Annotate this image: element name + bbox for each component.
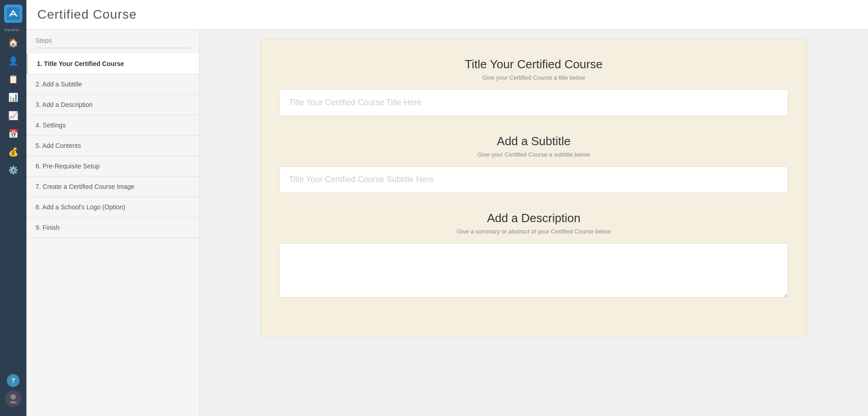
subtitle-section-subheading: Give your Certified Course a subtitle be… [279,151,788,158]
sidebar-item-analytics[interactable]: 📊 [0,90,26,105]
sidebar-item-reports[interactable]: 📈 [0,108,26,123]
step-item-6[interactable]: 6. Pre-Requisite Setup [26,156,199,177]
sidebar-item-home[interactable]: 🏠 [0,35,26,51]
app-name-label: Equalear... [5,28,22,32]
analytics-icon: 📊 [8,92,18,102]
sidebar-bottom: ? [5,374,21,411]
step-item-4[interactable]: 4. Settings [26,115,199,136]
sidebar-item-calendar[interactable]: 📅 [0,126,26,142]
step-item-3[interactable]: 3. Add a Description [26,95,199,115]
svg-point-2 [10,394,16,400]
sidebar: Equalear... 🏠 👤 📋 📊 📈 📅 💰 ⚙️ ? [0,0,26,416]
reports-icon: 📈 [8,111,18,121]
preview-area: Title Your Certified Course Give your Ce… [199,30,868,416]
title-section-subheading: Give your Certified Course a title below [279,74,788,81]
step-item-2[interactable]: 2. Add a Subtitle [26,74,199,95]
sidebar-item-billing[interactable]: 💰 [0,144,26,160]
sidebar-item-settings[interactable]: ⚙️ [0,162,26,178]
page-header: Certified Course [26,0,868,30]
title-section: Title Your Certified Course Give your Ce… [279,57,788,116]
settings-icon: ⚙️ [8,165,18,175]
description-section-heading: Add a Description [279,211,788,225]
help-button[interactable]: ? [7,374,20,387]
title-section-heading: Title Your Certified Course [279,57,788,71]
users-icon: 👤 [8,56,18,66]
steps-panel: Steps 1. Title Your Certified Course 2. … [26,30,199,416]
step-item-8[interactable]: 8. Add a School's Logo (Option) [26,197,199,218]
app-logo[interactable] [4,5,22,23]
body-area: Steps 1. Title Your Certified Course 2. … [26,30,868,416]
sidebar-item-users[interactable]: 👤 [0,53,26,69]
calendar-icon: 📅 [8,129,18,139]
step-item-7[interactable]: 7. Create a Certified Course Image [26,177,199,197]
svg-rect-0 [7,7,20,20]
steps-divider [36,48,190,48]
subtitle-section: Add a Subtitle Give your Certified Cours… [279,134,788,193]
avatar[interactable] [5,391,21,407]
billing-icon: 💰 [8,147,18,157]
step-item-9[interactable]: 9. Finish [26,218,199,238]
description-section-subheading: Give a summary or abstract of your Certi… [279,228,788,235]
course-description-textarea[interactable] [279,243,788,298]
subtitle-section-heading: Add a Subtitle [279,134,788,148]
steps-header: Steps [26,30,199,48]
sidebar-item-courses[interactable]: 📋 [0,71,26,87]
home-icon: 🏠 [8,38,18,48]
preview-content: Title Your Certified Course Give your Ce… [260,39,807,336]
page-title: Certified Course [37,7,857,22]
step-item-5[interactable]: 5. Add Contents [26,136,199,156]
description-section: Add a Description Give a summary or abst… [279,211,788,299]
courses-icon: 📋 [8,74,18,84]
main-content: Certified Course Steps 1. Title Your Cer… [26,0,868,416]
course-subtitle-input[interactable] [279,166,788,193]
step-item-1[interactable]: 1. Title Your Certified Course [26,54,199,74]
course-title-input[interactable] [279,89,788,116]
